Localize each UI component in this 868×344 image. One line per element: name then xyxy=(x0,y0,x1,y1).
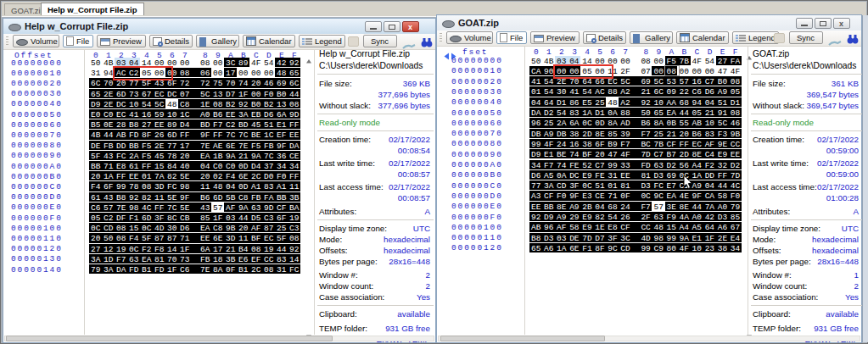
hex-byte[interactable]: 88 xyxy=(608,87,617,97)
hex-byte[interactable]: CB xyxy=(180,214,189,223)
hex-byte[interactable]: 65 xyxy=(531,244,540,253)
hex-byte[interactable]: FF xyxy=(116,172,126,181)
hex-byte[interactable]: 24 xyxy=(557,140,566,149)
hex-byte[interactable]: 79 xyxy=(91,265,100,275)
hex-byte[interactable]: 33 xyxy=(620,161,630,170)
hex-byte[interactable]: 7B xyxy=(653,140,663,149)
hex-byte[interactable]: 9A xyxy=(238,203,248,213)
hex-byte[interactable]: 08 xyxy=(251,245,260,254)
hex-byte[interactable]: FF xyxy=(180,130,189,140)
hex-byte[interactable]: 47 xyxy=(608,150,617,159)
hex-byte[interactable]: 54 xyxy=(544,87,553,97)
hex-byte[interactable]: F1 xyxy=(129,214,138,223)
hex-byte[interactable]: E9 xyxy=(582,223,591,232)
hex-byte[interactable]: A3 xyxy=(531,191,540,201)
hex-byte[interactable]: 1B xyxy=(213,152,222,161)
hex-byte[interactable]: 43 xyxy=(200,203,210,213)
hex-byte[interactable]: 44 xyxy=(692,203,702,212)
hex-byte[interactable]: 58 xyxy=(569,223,579,232)
hex-byte[interactable]: E1 xyxy=(277,120,286,130)
hex-byte[interactable]: E6 xyxy=(238,255,248,264)
hex-byte[interactable]: 61 xyxy=(129,162,138,171)
hex-byte[interactable]: 5C xyxy=(620,77,630,86)
hex-byte[interactable]: 23 xyxy=(705,244,714,253)
hex-byte[interactable]: 4F xyxy=(251,58,260,68)
hex-byte[interactable]: F8 xyxy=(154,245,164,254)
hex-byte[interactable]: CC xyxy=(641,223,650,232)
hex-byte[interactable]: 92 xyxy=(289,245,299,254)
hex-byte[interactable]: 08 xyxy=(200,58,210,68)
hex-byte[interactable]: 99 xyxy=(641,244,650,253)
hex-byte[interactable]: 07 xyxy=(641,67,650,76)
hex-byte[interactable]: 9C xyxy=(608,244,617,253)
prev-next-difference-arrows[interactable] xyxy=(442,48,461,56)
hex-byte[interactable]: 98 xyxy=(129,203,138,213)
hex-byte[interactable]: FE xyxy=(569,161,579,170)
hex-byte[interactable]: 8F xyxy=(142,130,151,140)
hex-byte[interactable]: C2 xyxy=(104,214,113,223)
hex-byte[interactable]: 9F xyxy=(200,130,210,140)
hex-byte[interactable]: 1F xyxy=(238,90,248,99)
hex-byte[interactable]: 3F xyxy=(154,214,164,223)
hex-byte[interactable]: 41 xyxy=(531,77,540,86)
hex-byte[interactable]: 13 xyxy=(213,90,222,99)
hex-byte[interactable]: 09 xyxy=(667,87,676,97)
hex-byte[interactable]: 00 xyxy=(213,58,222,68)
hex-byte[interactable]: 1A xyxy=(557,244,566,253)
hex-byte[interactable]: D6 xyxy=(705,87,714,97)
hex-byte[interactable]: 08 xyxy=(180,69,189,78)
hex-byte[interactable]: 92 xyxy=(641,98,650,108)
hex-byte[interactable]: BB xyxy=(544,203,553,212)
hex-byte[interactable]: A1 xyxy=(277,182,286,191)
hex-byte[interactable]: 37 xyxy=(264,162,273,171)
hex-byte[interactable]: 00 xyxy=(653,57,663,66)
hex-byte[interactable]: 77 xyxy=(167,141,176,151)
hex-byte[interactable]: 44 xyxy=(289,90,299,99)
hex-byte[interactable]: 65 xyxy=(653,108,663,118)
hex-byte[interactable]: FF xyxy=(154,203,164,213)
hex-byte[interactable]: 51 xyxy=(718,98,727,108)
hex-byte[interactable]: 1A xyxy=(582,108,591,118)
hex-byte[interactable]: 00 xyxy=(705,67,714,76)
hex-byte[interactable]: 54 xyxy=(608,213,617,222)
hex-byte[interactable]: C9 xyxy=(653,244,663,253)
hex-byte[interactable]: C8 xyxy=(180,100,189,109)
hex-byte[interactable]: 96 xyxy=(544,223,553,232)
hex-byte[interactable]: EE xyxy=(731,150,740,159)
sync-button[interactable]: Sync xyxy=(363,35,397,47)
hex-byte[interactable]: A5 xyxy=(544,171,553,180)
hex-byte[interactable]: AB xyxy=(692,119,702,128)
hex-byte[interactable]: C0 xyxy=(213,162,222,171)
hex-byte[interactable]: FB xyxy=(104,141,113,151)
hex-byte[interactable]: 8A xyxy=(213,265,222,275)
hex-byte[interactable]: 70 xyxy=(226,79,235,88)
hex-byte[interactable]: EB xyxy=(251,110,260,119)
hex-byte[interactable]: 2F xyxy=(620,67,630,76)
hex-byte[interactable]: 11 xyxy=(238,234,248,243)
hex-byte[interactable]: DE xyxy=(569,234,579,243)
hex-byte[interactable]: 72 xyxy=(180,79,189,88)
hex-byte[interactable]: 9D xyxy=(264,203,273,213)
hex-byte[interactable]: FC xyxy=(167,182,176,191)
hex-byte[interactable]: EC xyxy=(154,90,164,99)
hex-byte[interactable]: D1 xyxy=(557,98,566,108)
hex-byte[interactable]: F5 xyxy=(142,141,151,151)
hex-byte[interactable]: 17 xyxy=(180,141,189,151)
hex-byte[interactable]: 7C xyxy=(226,130,235,140)
hex-byte[interactable]: 75 xyxy=(213,79,222,88)
hex-byte[interactable]: 86 xyxy=(569,98,579,108)
hex-byte[interactable]: C8 xyxy=(238,193,248,203)
hex-byte[interactable]: 04 xyxy=(200,162,210,171)
hex-byte[interactable]: 4B xyxy=(91,130,100,140)
view-button-volume[interactable]: Volume xyxy=(446,31,493,44)
hex-byte[interactable]: D4 xyxy=(251,162,260,171)
hex-byte[interactable]: 2F xyxy=(641,213,650,222)
hex-byte[interactable]: 20 xyxy=(595,150,604,159)
hex-byte[interactable]: 21 xyxy=(238,152,248,161)
hex-byte[interactable]: 50 xyxy=(91,58,100,68)
hex-byte[interactable]: 21 xyxy=(641,87,650,97)
hex-byte[interactable]: CA xyxy=(705,191,714,201)
hex-byte[interactable]: 10 xyxy=(129,100,138,109)
hex-byte[interactable]: 89 xyxy=(238,58,248,68)
hex-byte[interactable]: 08 xyxy=(142,182,151,191)
